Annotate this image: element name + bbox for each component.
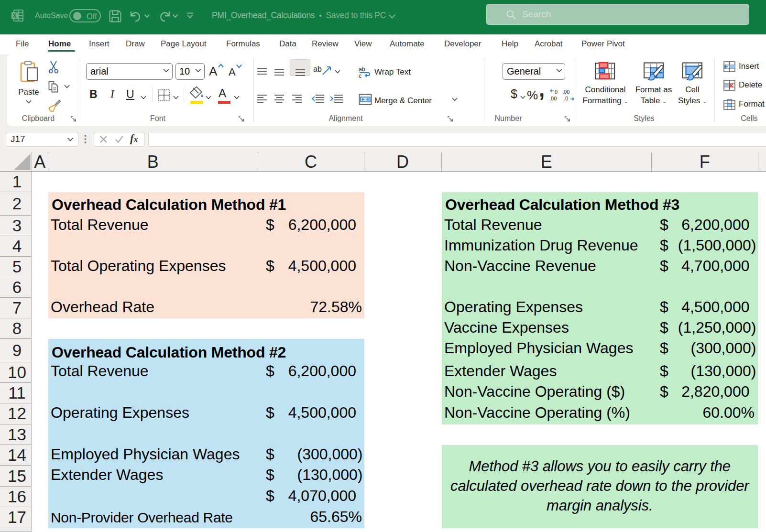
svg-text:ab: ab bbox=[359, 66, 365, 73]
svg-text:X: X bbox=[12, 12, 16, 19]
svg-text:.00: .00 bbox=[562, 89, 569, 95]
svg-text:c: c bbox=[359, 73, 361, 78]
svg-text:0: 0 bbox=[555, 89, 558, 95]
svg-text:.00: .00 bbox=[549, 96, 557, 101]
svg-text:.0: .0 bbox=[564, 96, 568, 101]
